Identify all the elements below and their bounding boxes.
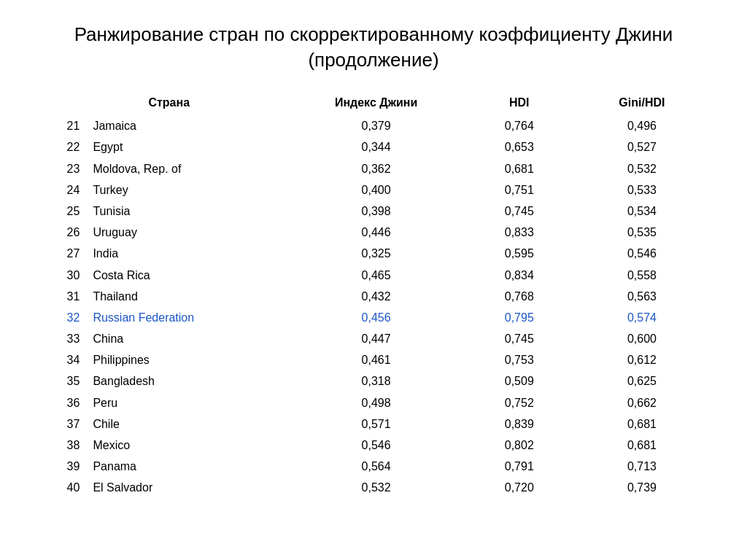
cell-rank: 25 bbox=[44, 201, 84, 222]
table-row: 31 Thailand 0,432 0,768 0,563 bbox=[44, 286, 703, 307]
page-container: Ранжирование стран по скорректированному… bbox=[44, 22, 703, 499]
cell-country: India bbox=[84, 243, 294, 264]
cell-country: El Salvador bbox=[84, 477, 294, 498]
cell-ratio: 0,534 bbox=[581, 201, 703, 222]
cell-gini: 0,564 bbox=[295, 456, 458, 477]
header-ratio: Gini/HDI bbox=[581, 93, 703, 115]
page-title: Ранжирование стран по скорректированному… bbox=[44, 22, 703, 73]
table-row: 37 Chile 0,571 0,839 0,681 bbox=[44, 413, 703, 435]
cell-gini: 0,432 bbox=[295, 286, 458, 307]
cell-ratio: 0,563 bbox=[581, 286, 703, 307]
cell-gini: 0,498 bbox=[295, 392, 458, 413]
cell-gini: 0,362 bbox=[295, 158, 458, 179]
cell-ratio: 0,527 bbox=[581, 136, 703, 158]
cell-hdi: 0,768 bbox=[458, 286, 581, 307]
cell-gini: 0,546 bbox=[295, 435, 458, 456]
cell-rank: 39 bbox=[44, 456, 84, 477]
cell-country: Bangladesh bbox=[84, 370, 294, 392]
cell-rank: 32 bbox=[44, 307, 84, 328]
cell-hdi: 0,751 bbox=[458, 179, 581, 201]
cell-country: Russian Federation bbox=[84, 307, 294, 328]
cell-country: Turkey bbox=[84, 179, 294, 201]
cell-country: Philippines bbox=[84, 349, 294, 370]
cell-hdi: 0,795 bbox=[458, 307, 581, 328]
cell-hdi: 0,833 bbox=[458, 222, 581, 243]
cell-ratio: 0,533 bbox=[581, 179, 703, 201]
cell-ratio: 0,739 bbox=[581, 477, 703, 498]
cell-gini: 0,532 bbox=[295, 477, 458, 498]
cell-gini: 0,461 bbox=[295, 349, 458, 370]
table-row: 38 Mexico 0,546 0,802 0,681 bbox=[44, 435, 703, 456]
cell-rank: 22 bbox=[44, 136, 84, 158]
cell-rank: 35 bbox=[44, 370, 84, 392]
table-row: 34 Philippines 0,461 0,753 0,612 bbox=[44, 349, 703, 370]
cell-hdi: 0,509 bbox=[458, 370, 581, 392]
table-row: 25 Tunisia 0,398 0,745 0,534 bbox=[44, 201, 703, 222]
cell-hdi: 0,720 bbox=[458, 477, 581, 498]
cell-gini: 0,447 bbox=[295, 328, 458, 349]
table-row: 32 Russian Federation 0,456 0,795 0,574 bbox=[44, 307, 703, 328]
cell-hdi: 0,834 bbox=[458, 265, 581, 286]
cell-hdi: 0,839 bbox=[458, 413, 581, 435]
cell-ratio: 0,612 bbox=[581, 349, 703, 370]
cell-hdi: 0,745 bbox=[458, 201, 581, 222]
table-row: 23 Moldova, Rep. of 0,362 0,681 0,532 bbox=[44, 158, 703, 179]
cell-gini: 0,379 bbox=[295, 115, 458, 136]
cell-ratio: 0,600 bbox=[581, 328, 703, 349]
cell-gini: 0,571 bbox=[295, 413, 458, 435]
header-gini: Индекс Джини bbox=[295, 93, 458, 115]
cell-rank: 38 bbox=[44, 435, 84, 456]
table-row: 35 Bangladesh 0,318 0,509 0,625 bbox=[44, 370, 703, 392]
table-row: 26 Uruguay 0,446 0,833 0,535 bbox=[44, 222, 703, 243]
cell-country: Thailand bbox=[84, 286, 294, 307]
cell-rank: 40 bbox=[44, 477, 84, 498]
cell-country: Jamaica bbox=[84, 115, 294, 136]
cell-country: Chile bbox=[84, 413, 294, 435]
cell-ratio: 0,574 bbox=[581, 307, 703, 328]
cell-gini: 0,446 bbox=[295, 222, 458, 243]
cell-rank: 31 bbox=[44, 286, 84, 307]
cell-ratio: 0,681 bbox=[581, 435, 703, 456]
cell-ratio: 0,713 bbox=[581, 456, 703, 477]
cell-ratio: 0,535 bbox=[581, 222, 703, 243]
cell-hdi: 0,802 bbox=[458, 435, 581, 456]
table-row: 24 Turkey 0,400 0,751 0,533 bbox=[44, 179, 703, 201]
cell-country: Mexico bbox=[84, 435, 294, 456]
cell-country: Costa Rica bbox=[84, 265, 294, 286]
cell-country: China bbox=[84, 328, 294, 349]
table-row: 27 India 0,325 0,595 0,546 bbox=[44, 243, 703, 264]
table-body: 21 Jamaica 0,379 0,764 0,496 22 Egypt 0,… bbox=[44, 115, 703, 498]
cell-rank: 33 bbox=[44, 328, 84, 349]
header-country: Страна bbox=[44, 93, 295, 115]
cell-rank: 21 bbox=[44, 115, 84, 136]
cell-country: Egypt bbox=[84, 136, 294, 158]
cell-rank: 27 bbox=[44, 243, 84, 264]
cell-gini: 0,398 bbox=[295, 201, 458, 222]
cell-gini: 0,325 bbox=[295, 243, 458, 264]
cell-hdi: 0,595 bbox=[458, 243, 581, 264]
table-row: 30 Costa Rica 0,465 0,834 0,558 bbox=[44, 265, 703, 286]
cell-country: Uruguay bbox=[84, 222, 294, 243]
table-row: 36 Peru 0,498 0,752 0,662 bbox=[44, 392, 703, 413]
cell-rank: 34 bbox=[44, 349, 84, 370]
cell-ratio: 0,496 bbox=[581, 115, 703, 136]
cell-ratio: 0,558 bbox=[581, 265, 703, 286]
cell-ratio: 0,546 bbox=[581, 243, 703, 264]
cell-ratio: 0,625 bbox=[581, 370, 703, 392]
cell-rank: 26 bbox=[44, 222, 84, 243]
cell-gini: 0,456 bbox=[295, 307, 458, 328]
cell-rank: 37 bbox=[44, 413, 84, 435]
header-hdi: HDI bbox=[458, 93, 581, 115]
cell-hdi: 0,653 bbox=[458, 136, 581, 158]
cell-hdi: 0,753 bbox=[458, 349, 581, 370]
table-row: 39 Panama 0,564 0,791 0,713 bbox=[44, 456, 703, 477]
data-table: Страна Индекс Джини HDI Gini/HDI 21 Jama… bbox=[44, 93, 703, 498]
cell-hdi: 0,764 bbox=[458, 115, 581, 136]
cell-hdi: 0,745 bbox=[458, 328, 581, 349]
cell-country: Panama bbox=[84, 456, 294, 477]
cell-rank: 24 bbox=[44, 179, 84, 201]
table-row: 40 El Salvador 0,532 0,720 0,739 bbox=[44, 477, 703, 498]
cell-gini: 0,400 bbox=[295, 179, 458, 201]
cell-ratio: 0,662 bbox=[581, 392, 703, 413]
table-row: 22 Egypt 0,344 0,653 0,527 bbox=[44, 136, 703, 158]
